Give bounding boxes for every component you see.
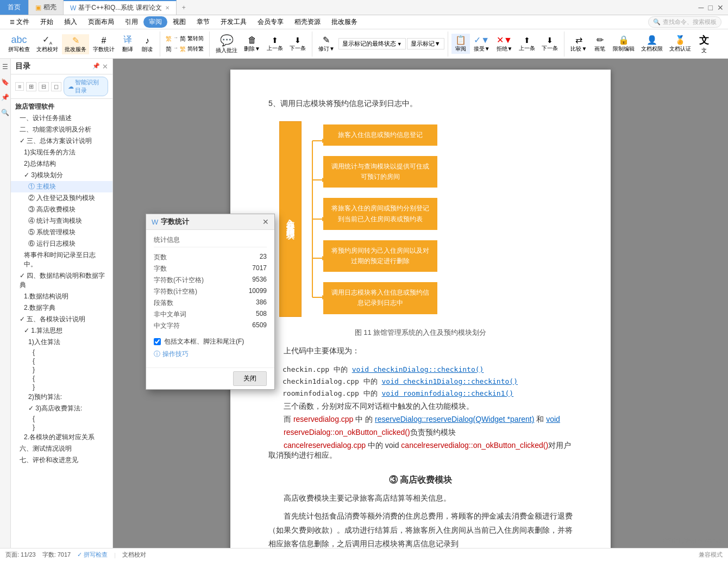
doc-check-btn[interactable]: ✓A 文档校对	[34, 33, 61, 54]
toc-item-brace6[interactable]: {	[11, 414, 112, 423]
find-icon[interactable]: 🔍	[1, 109, 9, 116]
toc-item-module-design[interactable]: ✓ 五、各模块设计说明	[11, 314, 112, 325]
batch-correct-btn[interactable]: ✎ 批改服务	[62, 34, 89, 54]
status-spell[interactable]: ✓ 拼写检查	[77, 551, 108, 559]
toc-item-eval[interactable]: 七、评价和改进意见	[11, 454, 112, 466]
reject-btn[interactable]: ✕▼ 拒绝▼	[494, 34, 516, 54]
delete-comment-btn[interactable]: 🗑 删除▼	[241, 34, 263, 54]
read-aloud-btn[interactable]: ♪ 朗读	[138, 35, 156, 54]
toc-view-btn2[interactable]: ⊞	[26, 82, 36, 91]
simp-to-trad-btn[interactable]: 简→繁 简转繁	[164, 45, 206, 54]
sidebar-pin-icon[interactable]: 📌	[92, 63, 100, 71]
toc-item-overall-design[interactable]: ✓ 三、总体方案设计说明	[11, 135, 112, 147]
doc-verify-btn[interactable]: 文 文	[695, 33, 713, 55]
modal-close-btn[interactable]: ✕	[262, 217, 269, 226]
smart-toc-btn[interactable]: ☁ 智能识别目录	[64, 77, 108, 96]
track-btn[interactable]: ✎ 修订▼	[316, 34, 337, 54]
toc-item-stat-module[interactable]: ④ 统计与查询模块	[11, 215, 112, 227]
menu-vip[interactable]: 会员专享	[252, 16, 289, 28]
word-count-btn[interactable]: # 字数统计	[90, 35, 117, 54]
toc-view-btn4[interactable]: ◻	[51, 82, 61, 91]
sidebar-close-icon[interactable]: ✕	[102, 63, 108, 71]
toc-item-main-module[interactable]: ① 主模块	[11, 181, 112, 192]
next-comment-btn[interactable]: ⬇ 下一条	[287, 35, 309, 53]
toc-item-checkin-module[interactable]: ② 入住登记及预约模块	[11, 192, 112, 204]
menu-shell-res[interactable]: 稻壳资源	[289, 16, 326, 28]
toc-item-brace1[interactable]: {	[11, 348, 112, 357]
close-icon[interactable]: ✕	[717, 3, 724, 12]
tips-link[interactable]: 操作技巧	[162, 350, 189, 359]
doc-cert-btn[interactable]: 🏅 文档认证	[667, 34, 694, 54]
toc-view-btn1[interactable]: ≡	[15, 82, 24, 91]
bookmark-icon[interactable]: 🔖	[1, 78, 9, 86]
menu-review[interactable]: 审阅	[143, 16, 167, 28]
include-textbox-checkbox[interactable]	[154, 338, 161, 345]
tab-wps[interactable]: ▣ 稻壳	[28, 0, 64, 15]
toc-item-data-dict[interactable]: 2.数据字典	[11, 302, 112, 314]
toc-item-data-struct-desc[interactable]: 1.数据结构说明	[11, 291, 112, 302]
doc-permission-btn[interactable]: 👤 文档权限	[638, 34, 666, 54]
toc-item-brace4[interactable]: {	[11, 374, 112, 383]
trad-to-simp-btn[interactable]: 繁→简 繁转简	[164, 34, 206, 43]
toc-item-brace5[interactable]: }	[11, 383, 112, 391]
toc-item-overall-struct[interactable]: 2)总体结构	[11, 158, 112, 170]
review-panel-btn[interactable]: 📋 审阅	[451, 34, 470, 54]
minimize-icon[interactable]: ─	[699, 3, 704, 12]
toc-item-brace7[interactable]: }	[11, 423, 112, 432]
toc-item-checkin-algo[interactable]: 1)入住算法	[11, 336, 112, 348]
toc-item-checkout-algo[interactable]: ✓ 3)高店收费算法:	[11, 403, 112, 414]
restrict-edit-btn[interactable]: 🔒 限制编辑	[610, 34, 637, 54]
section3-text: 高店收费模块主要记录旅客高店结算等相关信息。	[268, 491, 573, 505]
toc-item-hotel-software[interactable]: 旅店管理软件	[11, 101, 112, 113]
toc-item-data-struct[interactable]: ✓ 四、数据结构说明和数据字典	[11, 270, 112, 291]
doc-close-icon[interactable]: ✕	[165, 5, 170, 11]
tab-doc[interactable]: W 基于C++和Q...系统 课程论文 ✕	[64, 0, 177, 15]
menu-file[interactable]: ☰ 文件	[4, 16, 35, 28]
compare-btn[interactable]: ⇄ 比较▼	[568, 34, 589, 54]
toc-item-module-div[interactable]: ✓ 3)模块划分	[11, 170, 112, 181]
show-markup-btn[interactable]: 显示标记▼	[407, 38, 444, 49]
status-words[interactable]: 字数: 7017	[42, 551, 71, 559]
modal-close-button[interactable]: 关闭	[233, 371, 267, 386]
tab-home[interactable]: 首页	[0, 0, 28, 15]
toc-item-brace3[interactable]: }	[11, 365, 112, 374]
toc-item-sys-module[interactable]: ⑤ 系统管理模块	[11, 227, 112, 238]
toc-item-func-req[interactable]: 二、功能需求说明及分析	[11, 124, 112, 135]
toc-item-algo-idea[interactable]: ✓ 1.算法思想	[11, 325, 112, 336]
toc-item-log-record[interactable]: 将事件和时间记录至日志中。	[11, 250, 112, 270]
menu-ref[interactable]: 引用	[120, 16, 143, 28]
toc-view-btn3[interactable]: ⊟	[39, 82, 49, 91]
menu-start[interactable]: 开始	[35, 16, 59, 28]
menu-chapter[interactable]: 章节	[191, 16, 215, 28]
toc-item-design-task[interactable]: 一、设计任务描述	[11, 113, 112, 124]
insert-comment-btn[interactable]: 💬 插入批注	[213, 33, 240, 55]
status-doc-check[interactable]: 文档校对	[122, 551, 146, 559]
spell-check-btn[interactable]: abc 拼写检查	[5, 33, 33, 54]
accept-btn[interactable]: ✓▼ 接受▼	[471, 34, 493, 54]
thumbtack-icon[interactable]: 📌	[1, 94, 9, 101]
pen-btn[interactable]: ✏ 画笔	[591, 34, 609, 54]
menu-correct[interactable]: 批改服务	[326, 16, 363, 28]
menu-dev[interactable]: 开发工具	[215, 16, 252, 28]
toc-item-brace2[interactable]: {	[11, 357, 112, 365]
tab-add[interactable]: +	[177, 0, 191, 15]
toc-item-impl-method[interactable]: 1)实现任务的方法	[11, 147, 112, 158]
menu-insert[interactable]: 插入	[59, 16, 83, 28]
translate-btn[interactable]: 译 翻译	[118, 33, 137, 54]
toc-item-test[interactable]: 六、测试情况说明	[11, 443, 112, 454]
maximize-icon[interactable]: □	[708, 3, 713, 12]
toc-item-log-module[interactable]: ⑥ 运行日志模块	[11, 238, 112, 250]
prev-comment-btn[interactable]: ⬆ 上一条	[264, 35, 286, 53]
search-box[interactable]: 🔍 查找命令、搜索模板	[648, 16, 721, 28]
menu-view[interactable]: 视图	[167, 16, 191, 28]
show-final-select[interactable]: 显示标记的最终状态 ▼	[338, 38, 406, 49]
menu-layout[interactable]: 页面布局	[83, 16, 120, 28]
next-change-btn[interactable]: ⬇ 下一条	[539, 35, 561, 53]
toc-item-checkout-module[interactable]: ③ 高店收费模块	[11, 204, 112, 215]
toc-item-reserve-algo[interactable]: 2)预约算法:	[11, 391, 112, 403]
nav-icon[interactable]: ☰	[2, 63, 8, 71]
toc-item-logic-relation[interactable]: 2.各模块的逻辑对应关系	[11, 432, 112, 443]
code-block: checkin.cpp 中的 void checkinDialog::check…	[268, 360, 573, 466]
status-page[interactable]: 页面: 11/23	[5, 551, 36, 559]
prev-change-btn[interactable]: ⬆ 上一条	[516, 35, 538, 53]
